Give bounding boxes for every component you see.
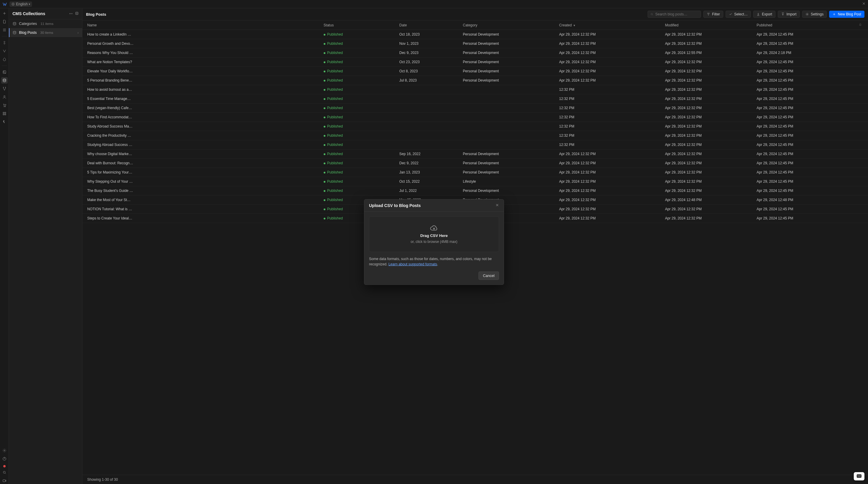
ecommerce-icon[interactable] [1,102,8,108]
table-row[interactable]: What are Notion Templates? Published Oct… [83,58,868,67]
panel-more-icon[interactable]: ⋯ [69,11,73,16]
status-dot-icon [323,218,326,220]
cell-name: What are Notion Templates? [83,58,321,67]
new-item-button[interactable]: New Blog Post [829,11,864,18]
showing-count: Showing 1-30 of 30 [87,478,118,482]
cell-created: Apr 29, 2024 12:32 PM [556,195,662,205]
col-published[interactable]: Published [754,21,856,30]
cell-created: Apr 29, 2024 12:32 PM [556,168,662,177]
cell-pin [856,168,868,177]
cell-pin [856,131,868,140]
settings-button[interactable]: Settings [802,11,827,18]
table-row[interactable]: Studying Abroad Success … Published 12:3… [83,140,868,150]
collection-icon [12,22,17,26]
status-dot-icon [323,43,326,45]
col-name[interactable]: Name [83,21,321,30]
cell-category: Personal Development [460,30,556,39]
video-tutorial-icon[interactable] [1,478,8,484]
table-row[interactable]: How To Find Accommodat… Published 12:32 … [83,113,868,122]
col-created[interactable]: Created▼ [556,21,662,30]
modal-close-button[interactable] [495,203,499,208]
cell-category [460,131,556,140]
table-row[interactable]: Why choose Digital Marke… Published Sep … [83,150,868,159]
status-dot-icon [323,135,326,137]
collection-row[interactable]: Blog Posts 30 items › [9,28,82,37]
variables-icon[interactable] [1,48,8,54]
cell-created: Apr 29, 2024 12:32 PM [556,30,662,39]
table-row[interactable]: Reasons Why You Should … Published Dec 9… [83,49,868,58]
panel-add-icon[interactable] [75,11,79,16]
export-button[interactable]: Export [753,11,775,18]
logic-icon[interactable] [1,86,8,92]
language-selector[interactable]: English ▾ [9,1,32,7]
navigator-icon[interactable] [1,27,8,33]
cell-status: Published [321,122,396,131]
cell-modified: Apr 29, 2024 12:32 PM [662,131,754,140]
cell-name: Best (vegan-friendly) Cafe… [83,103,321,113]
search-input[interactable] [655,12,698,16]
select-button[interactable]: Select… [725,11,751,18]
cell-date [396,85,460,94]
table-row[interactable]: 5 Personal Branding Bene… Published Jul … [83,76,868,85]
style-manager-icon[interactable] [1,56,8,63]
table-row[interactable]: 5 Essential Time Manage… Published 12:32… [83,94,868,103]
cell-status: Published [321,58,396,67]
collection-row[interactable]: Categories 11 items [9,19,82,28]
help-icon[interactable] [1,455,8,462]
cell-name: Deal with Burnout: Recogn… [83,159,321,168]
table-row[interactable]: How to create a LinkedIn … Published Oct… [83,30,868,39]
assets-icon[interactable] [1,69,8,75]
search-container[interactable] [648,11,701,18]
close-designer-button[interactable] [862,2,866,6]
import-button[interactable]: Import [778,11,800,18]
filter-icon [707,12,710,16]
components-icon[interactable] [1,39,8,46]
cell-status: Published [321,94,396,103]
cell-published: Apr 29, 2024 12:45 PM [754,140,856,150]
col-category[interactable]: Category [460,21,556,30]
cell-date: Nov 1, 2023 [396,39,460,49]
cell-created: 12:32 PM [556,140,662,150]
table-row[interactable]: Study Abroad Success Ma… Published 12:32… [83,122,868,131]
cell-created: Apr 29, 2024 12:32 PM [556,39,662,49]
users-icon[interactable] [1,94,8,100]
table-row[interactable]: Deal with Burnout: Recogn… Published Dec… [83,159,868,168]
webflow-logo-icon[interactable] [2,2,7,6]
cancel-button[interactable]: Cancel [478,272,499,280]
cell-pin [856,103,868,113]
search-rail-icon[interactable] [1,469,8,476]
table-row[interactable]: Personal Growth and Devo… Published Nov … [83,39,868,49]
col-pin[interactable] [856,21,868,30]
table-row[interactable]: The Busy Student's Guide … Published Jul… [83,186,868,195]
finsweet-icon[interactable] [1,119,8,125]
table-row[interactable]: Why Stepping Out of Your … Published Oct… [83,177,868,186]
learn-formats-link[interactable]: Learn about supported formats [388,262,437,266]
filter-button[interactable]: Filter [703,11,723,18]
table-row[interactable]: Best (vegan-friendly) Cafe… Published 12… [83,103,868,113]
table-row[interactable]: How to avoid burnout as a… Published 12:… [83,85,868,94]
table-row[interactable]: Elevate Your Daily Workflo… Published Oc… [83,67,868,76]
cell-modified: Apr 29, 2024 12:32 PM [662,122,754,131]
settings-gear-icon[interactable] [1,447,8,454]
csv-dropzone[interactable]: Drag CSV Here or, click to browse (4MB m… [369,217,499,252]
pages-icon[interactable] [1,19,8,25]
cell-modified: Apr 29, 2024 12:32 PM [662,58,754,67]
apps-icon[interactable] [1,110,8,117]
col-modified[interactable]: Modified [662,21,754,30]
items-table: Name Status Date Category Created▼ Modif… [83,21,868,223]
status-dot-icon [323,117,326,118]
cell-name: 5 Personal Branding Bene… [83,76,321,85]
intercom-launcher[interactable] [854,472,864,480]
filter-label: Filter [712,12,720,16]
table-row[interactable]: 5 Tips for Maximizing Your… Published Ja… [83,168,868,177]
cell-status: Published [321,159,396,168]
cell-status: Published [321,49,396,58]
cms-icon[interactable] [1,77,8,84]
col-date[interactable]: Date [396,21,460,30]
cell-category: Personal Development [460,58,556,67]
add-element-icon[interactable] [1,10,8,17]
table-row[interactable]: Cracking the Productivity … Published 12… [83,131,868,140]
col-status[interactable]: Status [321,21,396,30]
cell-status: Published [321,30,396,39]
cell-date [396,122,460,131]
